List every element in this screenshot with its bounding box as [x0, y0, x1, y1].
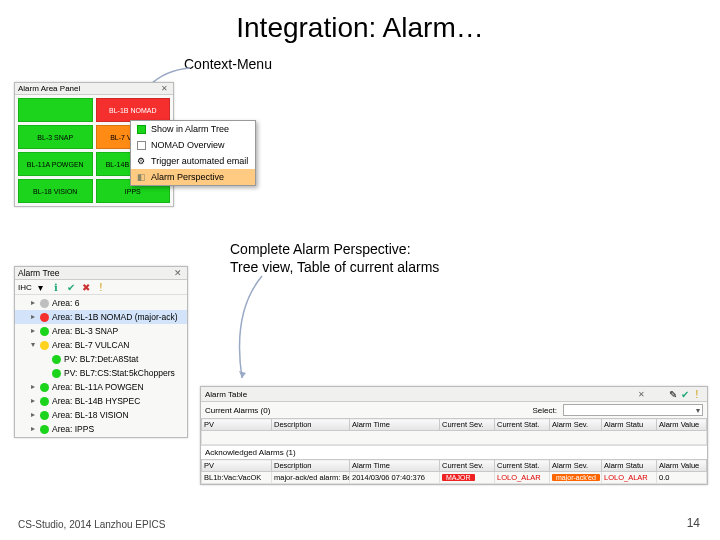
tree-node[interactable]: ▸Area: BL-18 VISION — [15, 408, 187, 422]
status-dot-icon — [40, 411, 49, 420]
twist-icon[interactable]: ▸ — [29, 380, 37, 394]
column-header[interactable]: PV — [202, 419, 272, 431]
tree-node[interactable]: ▸Area: BL-1B NOMAD (major-ack) — [15, 310, 187, 324]
menu-item-label: NOMAD Overview — [151, 140, 225, 150]
twist-icon[interactable]: ▸ — [29, 422, 37, 436]
tree-node[interactable]: PV: BL7:Det:A8Stat — [15, 352, 187, 366]
status-dot-icon — [40, 383, 49, 392]
twist-icon[interactable]: ▸ — [29, 310, 37, 324]
table-row[interactable]: BL1b:Vac:VacOKmajor-ack/ed alarm: Beam L… — [202, 472, 707, 484]
chevron-down-icon: ▾ — [696, 406, 700, 415]
tree-node[interactable]: ▸Area: BL-14B HYSPEC — [15, 394, 187, 408]
menu-item-label: Show in Alarm Tree — [151, 124, 229, 134]
column-header[interactable]: Alarm Statu — [602, 419, 657, 431]
twist-icon[interactable]: ▸ — [29, 394, 37, 408]
status-dot-icon — [40, 341, 49, 350]
area-cell[interactable]: BL-1B NOMAD — [96, 98, 171, 122]
tree-node-label: Area: BL-1B NOMAD (major-ack) — [52, 310, 178, 324]
current-alarms-label: Current Alarms (0) — [205, 406, 270, 415]
column-header[interactable]: PV — [202, 460, 272, 472]
tree-node[interactable]: ▸Area: IPPS — [15, 422, 187, 436]
tree-node[interactable]: PV: BL7:CS:Stat:5kChoppers — [15, 366, 187, 380]
column-header[interactable]: Alarm Value — [657, 460, 707, 472]
tree-node-label: Area: BL-18 VISION — [52, 408, 129, 422]
wand-icon[interactable]: ✎ — [667, 388, 679, 400]
bang-icon[interactable]: ! — [691, 388, 703, 400]
column-header[interactable]: Alarm Sev. — [550, 419, 602, 431]
column-header[interactable]: Current Stat. — [495, 419, 550, 431]
gear-icon: ⚙ — [135, 155, 147, 167]
column-header[interactable]: Current Stat. — [495, 460, 550, 472]
status-dot-icon — [40, 425, 49, 434]
twist-icon[interactable]: ▸ — [29, 408, 37, 422]
close-icon[interactable]: ✕ — [636, 390, 647, 399]
area-cell[interactable]: BL-11A POWGEN — [18, 152, 93, 176]
context-menu: Show in Alarm TreeNOMAD Overview⚙Trigger… — [130, 120, 256, 186]
tree-node-label: Area: BL-14B HYSPEC — [52, 394, 140, 408]
chevron-down-icon[interactable]: ▾ — [35, 281, 47, 293]
panel-title: Alarm Area Panel — [18, 84, 159, 93]
status-dot-icon — [52, 369, 61, 378]
ack-alarms-label: Acknowledged Alarms (1) — [201, 445, 707, 459]
tree-node-label: Area: IPPS — [52, 422, 94, 436]
tree-node-label: Area: 6 — [52, 296, 79, 310]
slide-title: Integration: Alarm… — [0, 0, 720, 48]
status-dot-icon — [52, 355, 61, 364]
alarm-icon — [135, 123, 147, 135]
area-cell[interactable] — [18, 98, 93, 122]
alarm-tree-panel: Alarm Tree ✕ IHC ▾ ℹ ✔ ✖ ! ▸Area: 6▸Area… — [14, 266, 188, 438]
column-header[interactable]: Description — [272, 460, 350, 472]
status-dot-icon — [40, 327, 49, 336]
close-icon[interactable]: ✕ — [172, 268, 184, 278]
twist-icon[interactable]: ▸ — [29, 296, 37, 310]
menu-item-label: Trigger automated email — [151, 156, 248, 166]
status-dot-icon — [40, 299, 49, 308]
menu-item[interactable]: Show in Alarm Tree — [131, 121, 255, 137]
tree-node-label: PV: BL7:Det:A8Stat — [64, 352, 138, 366]
tree-node-label: PV: BL7:CS:Stat:5kChoppers — [64, 366, 175, 380]
menu-item[interactable]: ◧Alarm Perspective — [131, 169, 255, 185]
tree-node[interactable]: ▾Area: BL-7 VULCAN — [15, 338, 187, 352]
tree-body: ▸Area: 6▸Area: BL-1B NOMAD (major-ack)▸A… — [15, 295, 187, 437]
check-icon[interactable]: ✔ — [679, 388, 691, 400]
column-header[interactable]: Description — [272, 419, 350, 431]
area-cell[interactable]: BL-3 SNAP — [18, 125, 93, 149]
arrow-perspective — [222, 272, 302, 392]
twist-icon[interactable]: ▾ — [29, 338, 37, 352]
status-dot-icon — [40, 397, 49, 406]
tree-node-label: Area: BL-3 SNAP — [52, 324, 118, 338]
column-header[interactable]: Current Sev. — [440, 419, 495, 431]
ack-alarms-table: PVDescriptionAlarm TimeCurrent Sev.Curre… — [201, 459, 707, 484]
current-alarms-table: PVDescriptionAlarm TimeCurrent Sev.Curre… — [201, 418, 707, 445]
select-label: Select: — [533, 406, 557, 415]
menu-item[interactable]: ⚙Trigger automated email — [131, 153, 255, 169]
info-icon[interactable]: ℹ — [50, 281, 62, 293]
select-dropdown[interactable]: ▾ — [563, 404, 703, 416]
tree-node[interactable]: ▸Area: BL-11A POWGEN — [15, 380, 187, 394]
footer-left: CS-Studio, 2014 Lanzhou EPICS — [18, 519, 165, 530]
column-header[interactable]: Alarm Statu — [602, 460, 657, 472]
column-header[interactable]: Current Sev. — [440, 460, 495, 472]
menu-item-label: Alarm Perspective — [151, 172, 224, 182]
column-header[interactable]: Alarm Value — [657, 419, 707, 431]
close-icon[interactable]: ✕ — [159, 84, 170, 93]
tree-node[interactable]: ▸Area: BL-3 SNAP — [15, 324, 187, 338]
twist-icon[interactable]: ▸ — [29, 324, 37, 338]
column-header[interactable]: Alarm Time — [350, 460, 440, 472]
area-cell[interactable]: BL-18 VISION — [18, 179, 93, 203]
bang-icon[interactable]: ! — [95, 281, 107, 293]
status-dot-icon — [40, 313, 49, 322]
tree-combo[interactable]: IHC — [18, 283, 32, 292]
tree-node[interactable]: ▸Area: 6 — [15, 296, 187, 310]
panel-tab-header: Alarm Area Panel ✕ — [15, 83, 173, 95]
tree-node-label: Area: BL-11A POWGEN — [52, 380, 144, 394]
menu-item[interactable]: NOMAD Overview — [131, 137, 255, 153]
column-header[interactable]: Alarm Sev. — [550, 460, 602, 472]
clear-icon[interactable]: ✖ — [80, 281, 92, 293]
tree-node-label: Area: BL-7 VULCAN — [52, 338, 129, 352]
page-icon — [135, 139, 147, 151]
tree-toolbar: IHC ▾ ℹ ✔ ✖ ! — [15, 280, 187, 295]
check-icon[interactable]: ✔ — [65, 281, 77, 293]
column-header[interactable]: Alarm Time — [350, 419, 440, 431]
perspective-icon: ◧ — [135, 171, 147, 183]
